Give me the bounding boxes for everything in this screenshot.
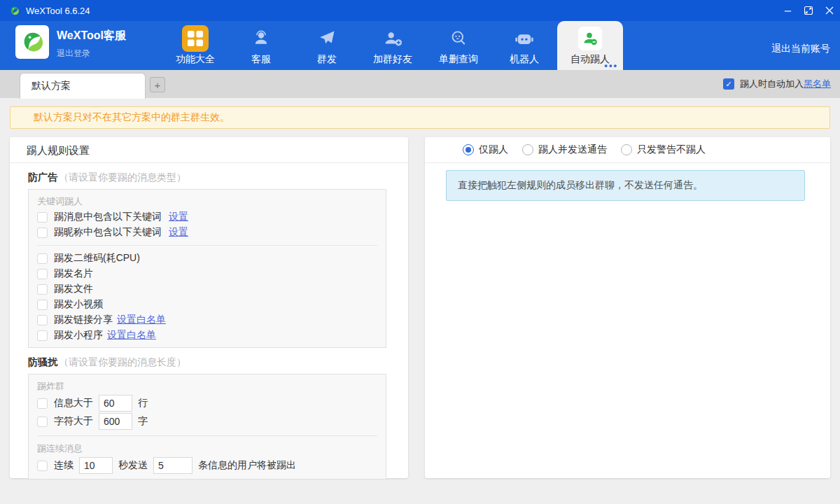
rule-checkbox[interactable]: [37, 284, 48, 295]
app-logo-icon: [8, 5, 20, 17]
rule-row-kick-mini-program: 踢发小程序 设置白名单: [37, 328, 377, 343]
minimize-icon: [783, 6, 792, 15]
anti-ad-box: 关键词踢人 踢消息中包含以下关键词 设置 踢昵称中包含以下关键词 设置 踢发二维…: [28, 189, 386, 348]
nav-item-feature-center[interactable]: 功能大全: [162, 21, 228, 70]
window-controls: [777, 0, 840, 21]
window-title: WeXTool 6.6.24: [26, 6, 90, 16]
more-options-icon[interactable]: •••: [604, 60, 618, 71]
rule-row-kick-name-card: 踢发名片: [37, 266, 377, 281]
brand-logo: [15, 25, 49, 59]
whitelist-link[interactable]: 设置白名单: [107, 329, 156, 342]
rule-row-kick-short-video: 踢发小视频: [37, 297, 377, 312]
max-lines-input[interactable]: [99, 395, 132, 412]
rapid-count-input[interactable]: [153, 457, 192, 474]
support-person-icon: [251, 24, 271, 52]
rapid-group-label: 踢连续消息: [37, 441, 377, 456]
rapid-seconds-input[interactable]: [79, 457, 113, 474]
search-skull-icon: [449, 24, 468, 52]
kick-rules-panel: 踢人规则设置 防广告 （请设置你要踢的消息类型） 关键词踢人 踢消息中包含以下关…: [10, 137, 408, 478]
keyword-group-label: 关键词踢人: [37, 194, 377, 209]
mode-kick-only[interactable]: 仅踢人: [463, 144, 508, 156]
grid-icon: [182, 24, 209, 52]
nav-item-customer-service[interactable]: 客服: [228, 21, 294, 70]
anti-ad-hint: （请设置你要踢的消息类型）: [59, 172, 186, 184]
kick-action-panel: 仅踢人 踢人并发送通告 只发警告不踢人 直接把触犯左侧规则的成员移出群聊，不发送…: [425, 137, 830, 478]
rule-row-kick-file: 踢发文件: [37, 281, 377, 297]
panel-title: 踢人规则设置: [10, 137, 408, 163]
anti-spam-box: 踢炸群 信息大于 行 字符大于 字 踢连续消息 连续 秒发送: [28, 374, 386, 479]
brand-text: WeXTool客服 退出登录: [57, 25, 126, 59]
rule-checkbox[interactable]: [37, 300, 48, 310]
maximize-icon: [804, 6, 813, 15]
person-add-icon: [382, 24, 403, 52]
robot-icon: [514, 24, 535, 52]
tab-default-scheme[interactable]: 默认方案: [20, 73, 146, 99]
nav-item-add-group-friends[interactable]: 加群好友: [360, 21, 426, 70]
rule-checkbox[interactable]: [37, 416, 48, 427]
scheme-notice-banner: 默认方案只对不在其它方案中的群主群生效。: [10, 106, 830, 129]
mode-kick-and-notify[interactable]: 踢人并发送通告: [522, 144, 607, 156]
rule-checkbox[interactable]: [37, 269, 48, 279]
minimize-button[interactable]: [777, 0, 798, 21]
rule-row-rapid-messages: 连续 秒发送 条信息的用户将被踢出: [37, 456, 377, 475]
anti-ad-title: 防广告: [28, 172, 57, 184]
rule-checkbox[interactable]: [37, 398, 48, 409]
configure-link[interactable]: 设置: [169, 211, 188, 223]
mode-warn-only[interactable]: 只发警告不踢人: [621, 144, 706, 156]
blacklist-checkbox[interactable]: ✓: [723, 78, 734, 90]
account-name: WeXTool客服: [57, 29, 126, 43]
rule-checkbox[interactable]: [37, 253, 48, 264]
tab-label: 默认方案: [31, 80, 71, 92]
notice-text: 默认方案只对不在其它方案中的群主群生效。: [34, 111, 230, 124]
title-bar: WeXTool 6.6.24: [0, 0, 840, 21]
rule-row-kick-link-share: 踢发链接分享 设置白名单: [37, 312, 377, 328]
max-chars-input[interactable]: [99, 413, 132, 430]
divider: [37, 245, 377, 246]
logout-session-link[interactable]: 退出登录: [57, 48, 126, 59]
anti-ad-section: 防广告 （请设置你要踢的消息类型） 关键词踢人 踢消息中包含以下关键词 设置 踢…: [28, 172, 386, 348]
radio-icon: [621, 144, 632, 155]
check-icon: ✓: [725, 80, 732, 89]
rule-checkbox[interactable]: [37, 330, 48, 341]
mode-description-box: 直接把触犯左侧规则的成员移出群聊，不发送任何通告。: [446, 170, 805, 201]
plus-icon: +: [155, 80, 161, 90]
nav-items: 功能大全 客服 群发 加群好友 单删查询: [162, 21, 623, 70]
rule-row-max-lines: 信息大于 行: [37, 394, 377, 412]
rule-row-kick-nickname-keyword: 踢昵称中包含以下关键词 设置: [37, 225, 377, 240]
rule-checkbox[interactable]: [37, 227, 48, 238]
scheme-tab-bar: 默认方案 + ✓ 踢人时自动加入 黑名单: [0, 70, 840, 98]
anti-spam-section: 防骚扰 （请设置你要踢的消息长度） 踢炸群 信息大于 行 字符大于 字 踢连续消…: [28, 356, 386, 479]
app-logo-icon: [18, 28, 46, 56]
close-button[interactable]: [819, 0, 840, 21]
blacklist-option: ✓ 踢人时自动加入 黑名单: [723, 70, 831, 98]
paper-plane-icon: [317, 24, 337, 52]
rule-row-kick-qrcode: 踢发二维码(耗CPU): [37, 251, 377, 266]
blacklist-link[interactable]: 黑名单: [804, 78, 831, 90]
rule-checkbox[interactable]: [37, 461, 48, 471]
radio-icon: [522, 144, 533, 155]
whitelist-link[interactable]: 设置白名单: [117, 314, 166, 326]
nav-bar: WeXTool客服 退出登录 功能大全 客服 群发 加群好友: [0, 21, 840, 70]
flood-group-label: 踢炸群: [37, 379, 377, 394]
divider: [37, 435, 377, 436]
blacklist-label: 踢人时自动加入: [740, 78, 804, 90]
mode-selector: 仅踢人 踢人并发送通告 只发警告不踢人: [425, 137, 830, 163]
person-remove-icon: [578, 24, 602, 52]
anti-spam-title: 防骚扰: [28, 356, 57, 369]
nav-item-mass-send[interactable]: 群发: [294, 21, 360, 70]
radio-selected-icon: [463, 144, 474, 155]
configure-link[interactable]: 设置: [169, 226, 188, 239]
close-icon: [825, 6, 834, 15]
nav-item-deleted-check[interactable]: 单删查询: [426, 21, 491, 70]
rule-checkbox[interactable]: [37, 212, 48, 223]
rule-row-max-chars: 字符大于 字: [37, 412, 377, 430]
maximize-button[interactable]: [798, 0, 819, 21]
nav-item-auto-kick[interactable]: 自动踢人 •••: [557, 21, 623, 70]
nav-item-robot[interactable]: 机器人: [491, 21, 557, 70]
rule-row-kick-message-keyword: 踢消息中包含以下关键词 设置: [37, 209, 377, 225]
rule-checkbox[interactable]: [37, 315, 48, 326]
add-scheme-button[interactable]: +: [150, 77, 165, 92]
logout-account-link[interactable]: 退出当前账号: [771, 43, 830, 55]
anti-spam-hint: （请设置你要踢的消息长度）: [59, 356, 186, 369]
brand-area: WeXTool客服 退出登录: [15, 25, 126, 59]
